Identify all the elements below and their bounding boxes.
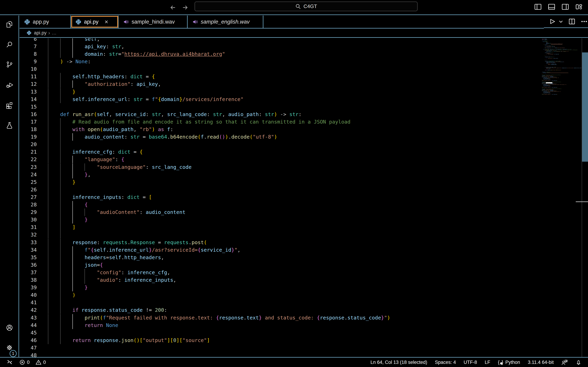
errors[interactable]: 0 (19, 359, 30, 365)
status-text: LF (485, 360, 490, 365)
line-number: 36 (20, 261, 37, 269)
audio-file-icon (123, 19, 129, 25)
line-number: 18 (20, 126, 37, 133)
tab-api.py[interactable]: api.py (71, 16, 119, 28)
tab-sample_english.wav[interactable]: sample_english.wav (188, 16, 263, 28)
close-icon[interactable] (104, 19, 109, 25)
python-interpreter[interactable]: 3.11.4 64-bit (528, 360, 554, 365)
line-number: 31 (20, 224, 37, 231)
chevron-right-icon: › (48, 30, 50, 36)
warnings[interactable]: 0 (35, 359, 46, 365)
run-button[interactable] (548, 18, 556, 25)
line-number: 16 (20, 111, 37, 118)
code-line-8: domain: str="https://api.dhruva.ai4bhara… (48, 50, 225, 58)
python-file-icon (26, 30, 32, 35)
customize-layout-icon[interactable] (575, 3, 583, 11)
feedback[interactable] (562, 359, 568, 366)
code-line-7: api_key: str, (48, 43, 124, 50)
line-number: 6 (20, 38, 37, 43)
code-line-39: } (48, 284, 88, 291)
code-line-44: return None (48, 322, 118, 329)
minimap[interactable]: import base64import requestsclass AI4Bha… (540, 38, 582, 357)
code-line-42: if response.status_code != 200: (48, 306, 167, 314)
status-text: Python (505, 360, 520, 365)
remote-indicator-icon (6, 359, 13, 366)
status-text: Spaces: 4 (435, 360, 456, 365)
editor-pane[interactable]: 6789101112131415161718192021222324252627… (20, 38, 588, 357)
title-bar: C4GT (0, 0, 588, 15)
code-line-36: json={ (48, 261, 103, 269)
cursor-position[interactable]: Ln 64, Col 13 (18 selected) (371, 360, 427, 365)
toggle-secondary-sidebar-icon[interactable] (561, 3, 570, 11)
breadcrumb-file[interactable]: api.py (34, 30, 47, 36)
account-icon[interactable] (5, 324, 13, 332)
line-number: 42 (20, 306, 37, 314)
line-number: 22 (20, 156, 37, 163)
feedback-icon (562, 359, 568, 366)
more-actions-button[interactable] (580, 18, 588, 25)
search-icon[interactable] (5, 41, 13, 49)
code-line-23: "sourceLanguage": src_lang_code (48, 163, 192, 171)
line-number: 48 (20, 352, 37, 357)
line-number: 17 (20, 118, 37, 126)
encoding[interactable]: UTF-8 (464, 360, 477, 365)
breadcrumb-more[interactable]: … (52, 30, 57, 36)
editor-actions (544, 16, 588, 28)
toggle-sidebar-icon[interactable] (534, 3, 542, 11)
vscode-window: C4GT 1 app.pyapi.pysample_hindi.wavsampl… (0, 0, 588, 367)
activity-bar (0, 16, 19, 357)
scrollbar-thumb[interactable] (582, 52, 588, 162)
run-dropdown-chevron[interactable] (558, 19, 563, 24)
search-icon (295, 3, 301, 9)
line-number: 10 (20, 65, 37, 73)
extensions-icon[interactable] (5, 101, 13, 109)
line-number: 12 (20, 80, 37, 88)
line-number: 40 (20, 291, 37, 299)
split-editor-button[interactable] (568, 18, 576, 25)
tab-app.py[interactable]: app.py (20, 16, 71, 28)
overview-ruler-cursor-mark (576, 201, 588, 202)
code-line-17: # Read audio from file and encode it as … (48, 118, 351, 126)
code-line-43: print(f"Request failed with response.tex… (48, 314, 390, 322)
status-text: 0 (27, 360, 30, 365)
tab-label: api.py (84, 19, 98, 25)
settings-badge: 1 (10, 350, 17, 357)
line-number: 14 (20, 96, 37, 103)
line-number: 32 (20, 231, 37, 239)
run-and-debug-icon[interactable] (5, 81, 13, 89)
code-line-28: { (48, 201, 88, 209)
toggle-panel-icon[interactable] (547, 3, 556, 11)
tab-strip: app.pyapi.pysample_hindi.wavsample_engli… (20, 16, 544, 28)
editor-scrollbar[interactable] (582, 38, 588, 357)
code-line-22: "language": { (48, 156, 124, 163)
language-mode[interactable]: { }Python (498, 359, 520, 365)
code-line-25: } (48, 178, 75, 186)
line-number: 7 (20, 43, 37, 50)
code-line-12: "authorization": api_key, (48, 80, 161, 88)
line-number: 37 (20, 269, 37, 276)
line-number: 21 (20, 148, 37, 156)
code-line-30: } (48, 216, 88, 224)
tab-sample_hindi.wav[interactable]: sample_hindi.wav (119, 16, 188, 28)
line-number: 45 (20, 329, 37, 337)
breadcrumb[interactable]: api.py › … (20, 28, 588, 38)
line-number: 24 (20, 171, 37, 178)
remote-indicator[interactable] (6, 359, 13, 366)
line-number: 41 (20, 299, 37, 306)
source-control-icon[interactable] (5, 60, 13, 68)
line-number: 26 (20, 186, 37, 193)
tab-label: app.py (33, 19, 49, 25)
notifications[interactable] (575, 359, 582, 366)
line-number: 39 (20, 284, 37, 291)
indentation[interactable]: Spaces: 4 (435, 360, 456, 365)
explorer-icon[interactable] (5, 20, 13, 28)
nav-forward-icon[interactable] (181, 3, 190, 12)
code-line-34: f"{self.inference_url}/asr?serviceId={se… (48, 246, 241, 254)
status-text: UTF-8 (464, 360, 477, 365)
code-line-33: response: requests.Response = requests.p… (48, 239, 207, 246)
eol[interactable]: LF (485, 360, 490, 365)
line-number: 43 (20, 314, 37, 322)
nav-back-icon[interactable] (169, 3, 177, 12)
command-center[interactable]: C4GT (195, 1, 417, 11)
testing-icon[interactable] (5, 121, 13, 130)
